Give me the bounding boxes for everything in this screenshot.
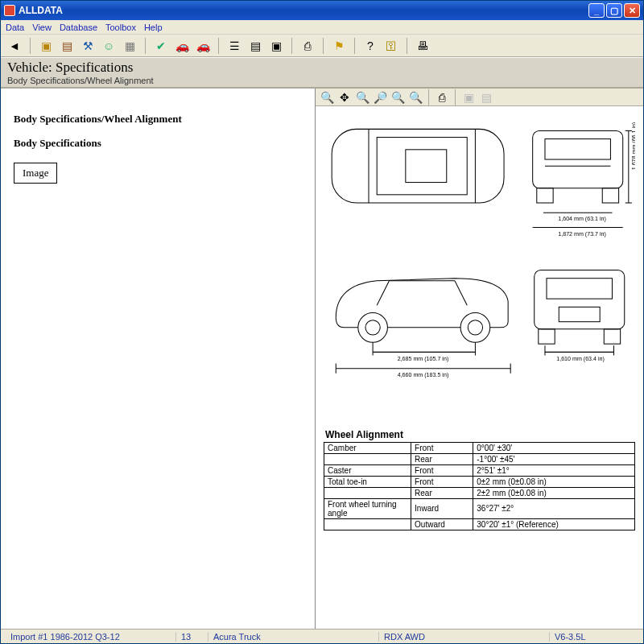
image-toolbar: 🔍 ✥ 🔍 🔎 🔍 🔍 ⎙ ▣ ▤ <box>316 89 643 106</box>
page-zoom-icon: 🔍 <box>356 91 369 104</box>
left-pane: Body Specifications/Wheel Alignment Body… <box>1 89 316 629</box>
table-row: Outward30°20' ±1° (Reference) <box>324 518 635 530</box>
tool-btn-10[interactable]: ▤ <box>246 37 264 55</box>
status-year: 13 <box>176 632 208 642</box>
zoom-gray-icon: 🔍 <box>409 91 423 104</box>
titlebar: ALLDATA _ ▢ ✕ <box>1 1 643 20</box>
dim-height: 1,678 mm (66.1 in) <box>631 122 635 171</box>
zoom-out-button[interactable]: 🔎 <box>372 90 388 105</box>
table-row: Front wheel turning angleInward36°27' ±2… <box>324 498 635 518</box>
cell-value: 36°27' ±2° <box>473 498 635 518</box>
status-model: RDX AWD <box>379 632 550 642</box>
zoom-disabled-button: 🔍 <box>407 90 423 105</box>
camera-icon: ▣ <box>271 39 282 52</box>
cell-sub: Rear <box>411 453 473 464</box>
svg-rect-29 <box>547 279 612 299</box>
folder-icon: ▣ <box>41 39 52 52</box>
table-row: Rear2±2 mm (0±0.08 in) <box>324 487 635 498</box>
page-header: Vehicle: Specifications Body Specificati… <box>1 57 643 88</box>
tool-icon: ⚒ <box>83 39 93 52</box>
cell-sub: Outward <box>411 518 473 530</box>
page-title: Vehicle: Specifications <box>7 60 637 76</box>
tool-btn-7[interactable]: 🚗 <box>173 37 191 55</box>
svg-rect-0 <box>332 129 504 203</box>
cell-param: Caster <box>324 464 411 476</box>
cell-param <box>324 518 411 530</box>
dim-length: 4,660 mm (183.5 in) <box>398 372 449 378</box>
tool-btn-5[interactable]: ▦ <box>121 37 138 55</box>
zoom-page-button[interactable]: 🔍 <box>354 90 370 105</box>
svg-rect-6 <box>545 139 610 159</box>
printer-icon: 🖶 <box>417 39 428 52</box>
menu-toolbox[interactable]: Toolbox <box>105 23 136 32</box>
statusbar: Import #1 1986-2012 Q3-12 13 Acura Truck… <box>1 629 643 643</box>
check-icon: ✔ <box>156 39 166 52</box>
tool-btn-13[interactable]: ⚑ <box>330 37 348 55</box>
cell-sub: Rear <box>411 487 473 498</box>
right-pane: 🔍 ✥ 🔍 🔎 🔍 🔍 ⎙ ▣ ▤ <box>316 89 643 629</box>
person-icon: ☺ <box>103 39 114 52</box>
table-row: CasterFront2°51' ±1° <box>324 464 635 476</box>
tool-btn-6[interactable]: ✔ <box>152 37 170 55</box>
zoom-out-icon: 🔎 <box>374 91 387 104</box>
menu-data[interactable]: Data <box>6 23 24 32</box>
tool-btn-15[interactable]: ⚿ <box>382 37 400 55</box>
image-link[interactable]: Image <box>14 163 57 184</box>
list-icon: ☰ <box>229 39 240 52</box>
svg-rect-31 <box>539 329 555 344</box>
tool-btn-8[interactable]: 🚗 <box>194 37 212 55</box>
menu-view[interactable]: View <box>32 23 52 32</box>
tool-btn-2[interactable]: ▤ <box>58 37 76 55</box>
flag-icon: ⚑ <box>334 39 345 52</box>
menu-help[interactable]: Help <box>144 23 163 32</box>
app-icon <box>4 5 15 16</box>
cell-value: -1°00' ±45' <box>473 453 635 464</box>
print-icon: ⎙ <box>439 91 445 104</box>
cell-value: 0°00' ±30' <box>473 442 635 453</box>
tool-btn-12[interactable]: ⎙ <box>299 37 316 55</box>
tool-btn-1[interactable]: ▣ <box>37 37 55 55</box>
tool-btn-9[interactable]: ☰ <box>225 37 243 55</box>
page-subtitle: Body Specifications/Wheel Alignment <box>7 76 637 85</box>
table-row: Rear-1°00' ±45' <box>324 453 635 464</box>
fit-button[interactable]: ✥ <box>336 90 353 105</box>
cell-sub: Inward <box>411 498 473 518</box>
cell-sub: Front <box>411 442 473 453</box>
close-button[interactable]: ✕ <box>624 3 640 18</box>
dim-track: 1,604 mm (63.1 in) <box>558 216 606 222</box>
menu-database[interactable]: Database <box>60 23 97 32</box>
tool-btn-11[interactable]: ▣ <box>267 37 285 55</box>
left-section: Body Specifications <box>14 137 302 150</box>
tool-btn-14[interactable]: ? <box>361 37 379 55</box>
left-breadcrumb: Body Specifications/Wheel Alignment <box>14 113 302 126</box>
tool-btn-4[interactable]: ☺ <box>100 37 118 55</box>
back-button[interactable]: ◄ <box>6 37 23 55</box>
status-engine: V6-3.5L <box>550 632 638 642</box>
svg-point-15 <box>358 312 388 342</box>
cell-value: 0±2 mm (0±0.08 in) <box>473 476 635 487</box>
tool-btn-16[interactable]: 🖶 <box>414 37 431 55</box>
zoom-reset-button[interactable]: 🔍 <box>390 90 406 105</box>
car-blue-icon: 🚗 <box>175 39 189 52</box>
status-import: Import #1 1986-2012 Q3-12 <box>6 632 176 642</box>
wheel-alignment-table: CamberFront0°00' ±30'Rear-1°00' ±45'Cast… <box>324 442 635 530</box>
window-title: ALLDATA <box>19 5 63 16</box>
tool-btn-3[interactable]: ⚒ <box>79 37 97 55</box>
img-tool-1[interactable]: ▣ <box>460 90 477 105</box>
sheet-icon: ▦ <box>125 39 135 52</box>
cell-param: Front wheel turning angle <box>324 498 411 518</box>
arrow-left-icon: ◄ <box>9 39 20 52</box>
zoom-in-button[interactable]: 🔍 <box>319 90 335 105</box>
svg-rect-2 <box>406 150 447 183</box>
content-area: Body Specifications/Wheel Alignment Body… <box>1 88 643 629</box>
grid-icon: ▤ <box>250 39 261 52</box>
cell-param <box>324 487 411 498</box>
cell-value: 30°20' ±1° (Reference) <box>473 518 635 530</box>
img-tool-2[interactable]: ▤ <box>478 90 494 105</box>
cell-value: 2°51' ±1° <box>473 464 635 476</box>
maximize-button[interactable]: ▢ <box>606 3 622 18</box>
print-image-button[interactable]: ⎙ <box>434 90 450 105</box>
table-row: CamberFront0°00' ±30' <box>324 442 635 453</box>
minimize-button[interactable]: _ <box>588 3 605 18</box>
cell-sub: Front <box>411 476 473 487</box>
